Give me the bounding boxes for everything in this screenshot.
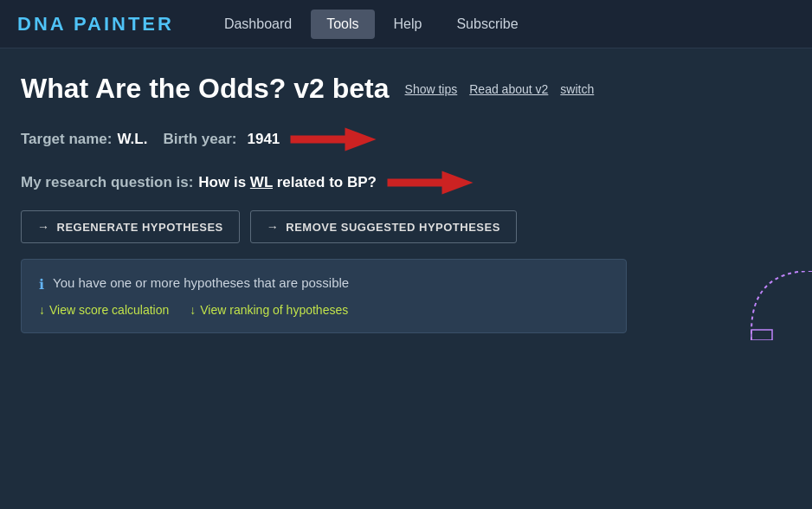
target-label: Target name: <box>21 131 113 148</box>
nav-help[interactable]: Help <box>378 10 438 39</box>
info-box-text: You have one or more hypotheses that are… <box>53 275 349 290</box>
svg-rect-2 <box>751 330 772 340</box>
main-content: What Are the Odds? v2 beta Show tips Rea… <box>0 48 812 358</box>
info-box: ℹ You have one or more hypotheses that a… <box>21 259 627 333</box>
remove-arrow-icon: → <box>267 220 280 234</box>
ranking-arrow-icon: ↓ <box>190 303 196 317</box>
target-value: W.L. <box>118 131 148 148</box>
info-circle-icon: ℹ <box>39 276 44 293</box>
buttons-row: → REGENERATE HYPOTHESES → REMOVE SUGGEST… <box>21 210 791 243</box>
nav-tools[interactable]: Tools <box>311 10 374 39</box>
birth-label: Birth year: <box>163 131 236 148</box>
nav-subscribe[interactable]: Subscribe <box>441 10 533 39</box>
remove-label: REMOVE SUGGESTED HYPOTHESES <box>286 221 500 234</box>
research-row: My research question is: How is WL relat… <box>21 167 791 198</box>
view-score-link[interactable]: ↓ View score calculation <box>39 303 169 317</box>
birth-arrow-icon <box>290 124 377 155</box>
show-tips-link[interactable]: Show tips <box>405 82 458 96</box>
nav-links: Dashboard Tools Help Subscribe <box>209 10 534 39</box>
page-title: What Are the Odds? v2 beta <box>21 73 390 105</box>
view-ranking-link[interactable]: ↓ View ranking of hypotheses <box>190 303 348 317</box>
regenerate-hypotheses-button[interactable]: → REGENERATE HYPOTHESES <box>21 210 240 243</box>
info-box-links: ↓ View score calculation ↓ View ranking … <box>39 303 609 317</box>
research-pre: How is <box>198 174 250 190</box>
target-info-row: Target name: W.L. Birth year: 1941 <box>21 124 791 155</box>
regen-label: REGENERATE HYPOTHESES <box>57 221 223 234</box>
switch-link[interactable]: switch <box>560 82 594 96</box>
title-links: Show tips Read about v2 switch <box>405 82 595 96</box>
info-box-message: ℹ You have one or more hypotheses that a… <box>39 275 609 293</box>
research-value: How is WL related to BP? <box>198 174 377 191</box>
research-post: related to BP? <box>273 174 377 190</box>
ranking-link-label: View ranking of hypotheses <box>200 303 348 317</box>
birth-value: 1941 <box>247 131 280 148</box>
logo: DNA PAINTER <box>17 13 174 35</box>
research-label: My research question is: <box>21 174 193 191</box>
svg-marker-1 <box>387 171 473 195</box>
regen-arrow-icon: → <box>37 220 50 234</box>
nav-dashboard[interactable]: Dashboard <box>209 10 307 39</box>
navbar: DNA PAINTER Dashboard Tools Help Subscri… <box>0 0 812 48</box>
score-link-label: View score calculation <box>49 303 169 317</box>
page-title-row: What Are the Odds? v2 beta Show tips Rea… <box>21 73 791 105</box>
corner-decoration <box>743 271 812 340</box>
remove-hypotheses-button[interactable]: → REMOVE SUGGESTED HYPOTHESES <box>250 210 517 243</box>
research-name: WL <box>250 174 273 190</box>
read-about-link[interactable]: Read about v2 <box>469 82 548 96</box>
score-arrow-icon: ↓ <box>39 303 45 317</box>
research-arrow-icon <box>387 167 474 198</box>
svg-marker-0 <box>291 128 377 151</box>
